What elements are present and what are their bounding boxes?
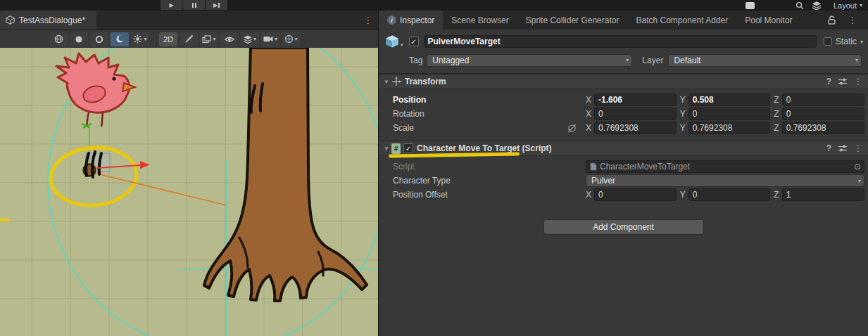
axis-z-label[interactable]: Z: [774, 123, 779, 133]
add-component-button[interactable]: Add Component: [543, 219, 704, 235]
property-label: Scale: [393, 123, 414, 133]
component-enabled-checkbox[interactable]: ✓: [403, 143, 413, 153]
property-label: Position: [393, 95, 586, 105]
rotate-tool-button[interactable]: [90, 32, 108, 46]
offset-x-field[interactable]: 0: [594, 188, 677, 201]
scale-y-field[interactable]: 0.7692308: [688, 122, 771, 134]
chevron-down-icon: ▾: [626, 57, 629, 63]
layers-visibility-dropdown[interactable]: ▾: [241, 32, 259, 46]
step-icon: ▶: [213, 2, 218, 8]
play-icon: ▶: [169, 2, 173, 8]
layers-icon: [244, 35, 252, 44]
pause-button[interactable]: [183, 0, 205, 10]
inspector-menu-button[interactable]: ⋮: [843, 15, 862, 25]
search-button[interactable]: [795, 1, 804, 10]
axis-y-label[interactable]: Y: [680, 190, 686, 200]
constrain-proportions-icon[interactable]: [567, 124, 577, 133]
inspector-panel: i Inspector Scene Browser Sprite Collide…: [378, 11, 868, 336]
gameobject-header: ▾ ✓ PulverMoveTarget Static ▾ Tag Untagg…: [379, 30, 868, 74]
scale-x-field[interactable]: 0.7692308: [594, 122, 677, 134]
chevron-down-icon: ▾: [253, 36, 256, 42]
axis-z-label[interactable]: Z: [774, 190, 779, 200]
custom-tool-dropdown[interactable]: ▾: [131, 32, 149, 46]
tab-scene-view[interactable]: TestAssDialogue*: [0, 11, 96, 30]
gameobject-name-field[interactable]: PulverMoveTarget: [424, 35, 817, 48]
rotation-y-field[interactable]: 0: [688, 108, 771, 120]
script-object-field[interactable]: CharacterMoveToTarget ⊙: [586, 160, 864, 173]
layout-dropdown[interactable]: Layout ▾: [834, 1, 862, 10]
move-tool-button[interactable]: [70, 32, 88, 46]
component-title: Character Move To Target (Script): [417, 143, 552, 153]
position-x-field[interactable]: -1.606: [594, 93, 677, 106]
services-icon[interactable]: [746, 2, 755, 9]
position-offset-row: Position Offset X0 Y0 Z1: [379, 188, 868, 202]
icon-picker-arrow[interactable]: ▾: [401, 42, 403, 48]
property-label: Rotation: [393, 109, 586, 119]
scene-visibility-toggle[interactable]: [220, 32, 239, 46]
character-move-to-target-component: ▼ # ✓ Character Move To Target (Script) …: [379, 141, 868, 207]
brush-icon: [184, 34, 194, 44]
character-type-dropdown[interactable]: Pulver ▾: [586, 174, 864, 187]
axis-z-label[interactable]: Z: [774, 109, 779, 119]
2d-mode-toggle[interactable]: 2D: [159, 32, 177, 46]
active-checkbox[interactable]: ✓: [409, 37, 419, 46]
axis-x-label[interactable]: X: [586, 109, 591, 119]
rotation-x-field[interactable]: 0: [594, 108, 677, 120]
static-control: Static ▾: [824, 37, 865, 46]
toolbar-right: Layout ▾: [746, 1, 862, 10]
step-button[interactable]: ▶: [206, 0, 227, 10]
chevron-down-icon: ▾: [144, 36, 146, 42]
axis-y-label[interactable]: Y: [680, 95, 686, 105]
play-button[interactable]: ▶: [161, 0, 182, 10]
axis-z-label[interactable]: Z: [774, 95, 779, 105]
chevron-down-icon: ▾: [275, 36, 277, 42]
tag-label: Tag: [409, 56, 422, 65]
scene-tab-menu-button[interactable]: ⋮: [358, 11, 378, 30]
view-tool-button[interactable]: [49, 32, 68, 46]
scale-row: Scale X0.7692308 Y0.7692308 Z0.7692308: [379, 121, 868, 135]
presets-icon[interactable]: [838, 144, 848, 153]
playmode-controls: ▶ ▶: [161, 0, 227, 10]
sprite-sort-dropdown[interactable]: ▾: [200, 32, 218, 46]
axis-y-label[interactable]: Y: [680, 109, 686, 119]
static-checkbox[interactable]: [824, 37, 832, 46]
tag-dropdown[interactable]: Untagged ▾: [427, 54, 632, 67]
scene-view-canvas[interactable]: [0, 48, 378, 336]
camera-settings-dropdown[interactable]: ▾: [261, 32, 279, 46]
scene-tab-title: TestAssDialogue*: [19, 15, 85, 25]
tab-pool-monitor[interactable]: Pool Monitor: [736, 11, 800, 30]
axis-x-label[interactable]: X: [586, 123, 591, 133]
component-menu-button[interactable]: ⋮: [854, 77, 862, 86]
component-menu-button[interactable]: ⋮: [854, 143, 862, 153]
help-icon[interactable]: ?: [826, 77, 831, 86]
active-tool-button[interactable]: [111, 32, 129, 46]
layer-dropdown[interactable]: Default ▾: [668, 54, 862, 67]
chevron-down-icon: ▾: [855, 57, 858, 63]
axis-x-label[interactable]: X: [586, 95, 591, 105]
foldout-arrow[interactable]: ▼: [382, 79, 391, 85]
rotation-z-field[interactable]: 0: [782, 108, 864, 120]
filled-circle-icon: [75, 35, 83, 44]
position-z-field[interactable]: 0: [782, 93, 864, 106]
offset-y-field[interactable]: 0: [688, 188, 771, 201]
position-y-field[interactable]: 0.508: [688, 93, 771, 106]
tab-sprite-collider-generator[interactable]: Sprite Collider Generator: [517, 11, 628, 30]
transform-icon: [391, 77, 401, 86]
paint-tool-button[interactable]: [180, 32, 198, 46]
tab-batch-component-adder[interactable]: Batch Component Adder: [627, 11, 736, 30]
foldout-arrow[interactable]: ▼: [382, 146, 391, 152]
static-flags-dropdown[interactable]: ▾: [860, 39, 863, 45]
axis-x-label[interactable]: X: [586, 190, 591, 200]
layers-button[interactable]: [812, 1, 821, 10]
tab-inspector[interactable]: i Inspector: [379, 11, 443, 30]
tab-scene-browser[interactable]: Scene Browser: [443, 11, 517, 30]
axis-y-label[interactable]: Y: [680, 123, 686, 133]
object-picker-icon[interactable]: ⊙: [854, 161, 861, 172]
lock-icon[interactable]: [828, 15, 836, 25]
presets-icon[interactable]: [838, 77, 848, 86]
scale-z-field[interactable]: 0.7692308: [782, 122, 864, 134]
gameobject-cube-icon[interactable]: [384, 34, 400, 49]
offset-z-field[interactable]: 1: [782, 188, 864, 201]
help-icon[interactable]: ?: [826, 143, 831, 153]
gizmos-dropdown[interactable]: ▾: [282, 32, 300, 46]
